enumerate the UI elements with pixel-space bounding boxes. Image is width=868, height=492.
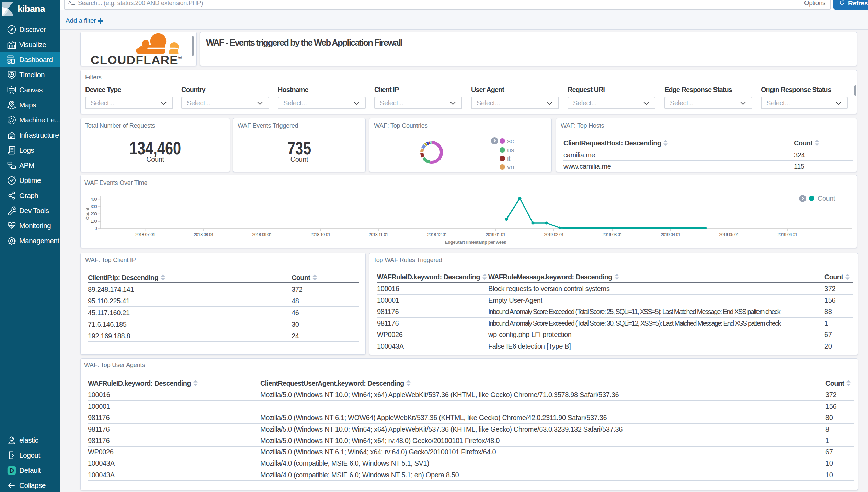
- svg-text:2019-01-01: 2019-01-01: [486, 232, 506, 237]
- svg-text:2019-05-01: 2019-05-01: [719, 232, 739, 237]
- svg-text:2019-06-01: 2019-06-01: [778, 232, 798, 237]
- svg-text:2019-03-01: 2019-03-01: [603, 232, 623, 237]
- svg-text:400: 400: [91, 197, 97, 202]
- svg-text:EdgeStartTimestamp per week: EdgeStartTimestamp per week: [445, 239, 506, 245]
- svg-text:2018-07-01: 2018-07-01: [135, 232, 155, 237]
- svg-text:Count: Count: [85, 207, 90, 220]
- svg-text:2018-10-01: 2018-10-01: [311, 232, 331, 237]
- svg-text:300: 300: [91, 204, 97, 209]
- svg-text:100: 100: [91, 219, 97, 224]
- svg-text:200: 200: [91, 212, 97, 216]
- svg-text:2018-08-01: 2018-08-01: [194, 232, 214, 237]
- svg-text:D: D: [9, 467, 14, 474]
- svg-text:2018-09-01: 2018-09-01: [252, 232, 272, 237]
- svg-text:2018-11-01: 2018-11-01: [369, 232, 388, 237]
- svg-text:2019-04-01: 2019-04-01: [661, 232, 681, 237]
- svg-text:2019-02-01: 2019-02-01: [544, 232, 564, 237]
- svg-text:2018-12-01: 2018-12-01: [427, 232, 447, 237]
- svg-text:0: 0: [95, 226, 97, 231]
